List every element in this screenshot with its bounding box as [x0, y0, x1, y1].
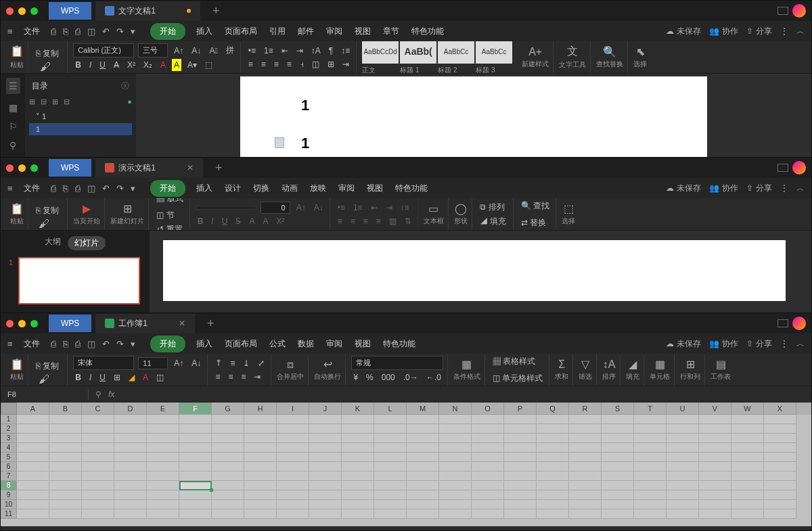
- sum-icon[interactable]: Σ: [558, 359, 565, 371]
- cell[interactable]: [667, 509, 699, 519]
- cell[interactable]: [439, 509, 472, 519]
- cell[interactable]: [569, 424, 602, 434]
- sort-button[interactable]: ↕A: [309, 45, 323, 57]
- outline-tab-icon[interactable]: ☰: [6, 78, 20, 94]
- cell[interactable]: [212, 462, 244, 471]
- justify-button[interactable]: ≡: [374, 215, 383, 227]
- font-size-selector[interactable]: 11: [138, 357, 168, 369]
- cut-button[interactable]: ✂ 剪切: [34, 354, 63, 356]
- row-header[interactable]: 7: [1, 471, 17, 481]
- cell[interactable]: [17, 509, 49, 519]
- cell[interactable]: [114, 490, 147, 500]
- cell[interactable]: [504, 481, 537, 490]
- row-header[interactable]: 2: [1, 424, 17, 434]
- col-header[interactable]: N: [439, 402, 472, 415]
- cell[interactable]: [82, 462, 114, 471]
- cell[interactable]: [244, 434, 277, 443]
- zoom-icon[interactable]: ⚲: [95, 390, 102, 399]
- cell[interactable]: [212, 443, 244, 453]
- col-header[interactable]: A: [17, 402, 49, 415]
- cell[interactable]: [731, 434, 764, 443]
- cell[interactable]: [277, 453, 309, 462]
- menu-data[interactable]: 数据: [296, 336, 315, 352]
- cell[interactable]: [82, 509, 114, 519]
- cell[interactable]: [147, 462, 179, 471]
- outline-collapse-icon[interactable]: ⊟: [41, 97, 47, 106]
- cut-button[interactable]: ✂ 剪切: [34, 198, 63, 201]
- cell[interactable]: [504, 453, 537, 462]
- font-size-selector[interactable]: 三号: [138, 43, 168, 57]
- cell[interactable]: [277, 424, 309, 434]
- cell[interactable]: [667, 500, 699, 509]
- menu-view[interactable]: 视图: [353, 23, 372, 40]
- cell[interactable]: [634, 500, 667, 509]
- borders-button[interactable]: ⊞: [112, 371, 122, 384]
- cell[interactable]: [569, 471, 602, 481]
- save-icon[interactable]: ⎙: [51, 339, 56, 349]
- collapse-ribbon-icon[interactable]: ︿: [796, 183, 805, 194]
- align-right-button[interactable]: ≡: [361, 215, 370, 227]
- cell[interactable]: [114, 453, 147, 462]
- worksheet-icon[interactable]: ▤: [716, 358, 726, 371]
- row-header[interactable]: 3: [1, 434, 17, 443]
- menu-ref[interactable]: 引用: [268, 23, 287, 40]
- menu-layout[interactable]: 页面布局: [223, 336, 258, 352]
- cell[interactable]: [342, 500, 374, 509]
- align-center-button[interactable]: ≡: [348, 215, 357, 227]
- cell[interactable]: [407, 490, 439, 500]
- cell[interactable]: [17, 453, 49, 462]
- cell[interactable]: [49, 500, 82, 509]
- cell[interactable]: [212, 424, 244, 434]
- cell[interactable]: [731, 462, 764, 471]
- bold-button[interactable]: B: [73, 371, 83, 384]
- cell[interactable]: [49, 490, 82, 500]
- traffic-lights[interactable]: [6, 7, 38, 15]
- more-icon[interactable]: ⋮: [780, 183, 788, 193]
- thumbnail-tab-icon[interactable]: ▦: [9, 102, 18, 113]
- strike-button[interactable]: A̶: [112, 59, 121, 71]
- cell[interactable]: [49, 415, 82, 424]
- cell[interactable]: [374, 453, 407, 462]
- cell[interactable]: [699, 490, 731, 500]
- cell[interactable]: [667, 434, 699, 443]
- align-center-button[interactable]: ≡: [259, 58, 268, 70]
- menu-insert[interactable]: 插入: [195, 180, 214, 197]
- save-as-icon[interactable]: ⎘: [63, 183, 68, 193]
- document-tab[interactable]: 文字文稿1: [95, 1, 200, 21]
- section-button[interactable]: ◫ 节: [154, 208, 185, 223]
- menu-mail[interactable]: 邮件: [296, 23, 315, 40]
- menu-review[interactable]: 审阅: [337, 180, 356, 197]
- cell[interactable]: [537, 453, 569, 462]
- cell[interactable]: [667, 462, 699, 471]
- cell[interactable]: [114, 500, 147, 509]
- cell[interactable]: [504, 443, 537, 453]
- cell[interactable]: [569, 434, 602, 443]
- name-box[interactable]: F8: [1, 389, 89, 400]
- cell[interactable]: [147, 415, 179, 424]
- cell[interactable]: [244, 462, 277, 471]
- outdent-button[interactable]: ⇤: [279, 45, 290, 57]
- menu-review[interactable]: 审阅: [325, 23, 344, 40]
- cell[interactable]: [179, 443, 212, 453]
- grow-font-icon[interactable]: A↑: [172, 45, 185, 57]
- cell[interactable]: [82, 490, 114, 500]
- cell[interactable]: [277, 443, 309, 453]
- cell[interactable]: [147, 481, 179, 490]
- dec-decimal-button[interactable]: ←.0: [424, 371, 443, 384]
- col-header[interactable]: G: [212, 402, 244, 415]
- cell[interactable]: [277, 434, 309, 443]
- cell[interactable]: [147, 509, 179, 519]
- replace-button[interactable]: ⇄ 替换: [519, 216, 551, 230]
- percent-button[interactable]: %: [364, 371, 376, 384]
- cell[interactable]: [179, 424, 212, 434]
- spreadsheet-grid[interactable]: ABCDEFGHIJKLMNOPQRSTUVWX 1234567891011: [1, 402, 811, 526]
- hamburger-icon[interactable]: ≡: [7, 339, 13, 349]
- cut-button[interactable]: ✂ 剪切: [34, 41, 63, 44]
- col-header[interactable]: R: [569, 402, 602, 415]
- cell[interactable]: [439, 443, 472, 453]
- currency-button[interactable]: ¥: [351, 371, 360, 384]
- col-header[interactable]: M: [407, 402, 439, 415]
- menu-feature[interactable]: 特色功能: [394, 180, 429, 197]
- font-selector[interactable]: Calibri (正文): [73, 43, 134, 57]
- columns-button[interactable]: ▥: [387, 215, 399, 227]
